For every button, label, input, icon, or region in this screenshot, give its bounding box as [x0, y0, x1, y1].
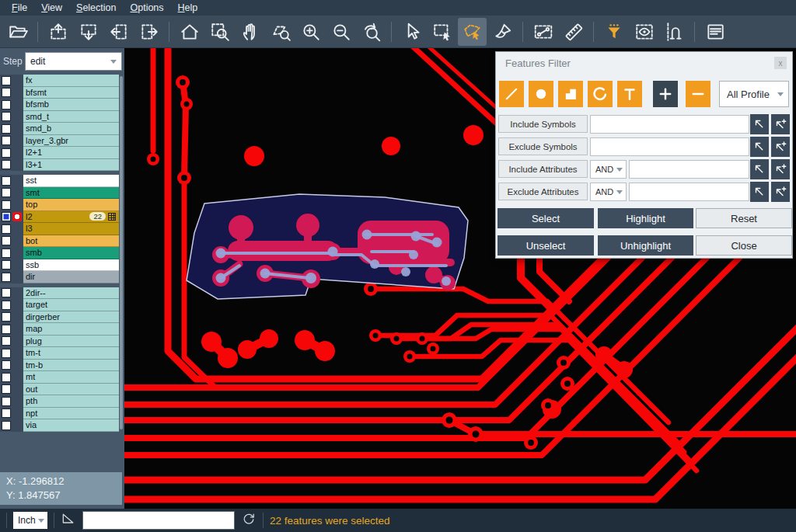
include-symbols-button[interactable]: Include Symbols: [498, 115, 588, 133]
pick-add-symbol-button[interactable]: [771, 137, 790, 157]
layer-visibility-checkbox[interactable]: [2, 312, 11, 322]
layer-visibility-checkbox[interactable]: [2, 384, 11, 394]
pick-attribute-button[interactable]: [750, 182, 769, 202]
unhighlight-button[interactable]: Unhighlight: [598, 235, 693, 256]
layer-row-smt[interactable]: smt: [0, 187, 124, 200]
measure-points-icon[interactable]: [529, 18, 557, 46]
zoom-out-icon[interactable]: [326, 18, 355, 46]
pcb-canvas[interactable]: Features Filter x All Profile: [124, 48, 796, 509]
layer-row-fx[interactable]: fx: [0, 75, 124, 87]
layer-row-smb[interactable]: smb: [0, 247, 124, 259]
layer-row-mt[interactable]: mt: [0, 371, 124, 384]
layer-color-bar[interactable]: l3+1: [23, 159, 119, 172]
snap-icon[interactable]: [660, 18, 689, 46]
layer-color-bar[interactable]: smd_t: [23, 111, 119, 123]
exclude-symbols-button[interactable]: Exclude Symbols: [498, 137, 588, 155]
layer-row-smd_t[interactable]: smd_t: [0, 111, 124, 123]
ruler-icon[interactable]: [559, 18, 588, 46]
exclude-symbols-input[interactable]: [590, 137, 749, 156]
layer-row-out[interactable]: out: [0, 384, 124, 396]
layer-row-target[interactable]: target: [0, 299, 124, 311]
layer-color-bar[interactable]: 2dir--: [23, 287, 119, 300]
layer-color-bar[interactable]: npt: [23, 408, 119, 420]
layer-row-bot[interactable]: bot: [0, 235, 124, 248]
layer-color-bar[interactable]: ssb: [23, 259, 119, 272]
reset-button[interactable]: Reset: [696, 208, 792, 228]
layer-color-bar[interactable]: l3: [23, 223, 119, 235]
layer-row-top[interactable]: top: [0, 199, 124, 211]
view-up-icon[interactable]: [44, 18, 72, 46]
layer-visibility-checkbox[interactable]: [2, 112, 11, 121]
layer-visibility-checkbox[interactable]: [2, 176, 11, 186]
pick-symbol-button[interactable]: [750, 137, 769, 157]
layer-color-bar[interactable]: sst: [23, 175, 119, 187]
pick-symbol-button[interactable]: [750, 114, 769, 134]
polygon-select-icon[interactable]: [458, 18, 487, 46]
arc-feature-button[interactable]: [588, 81, 613, 107]
layer-visibility-checkbox[interactable]: [2, 124, 11, 134]
select-pointer-icon[interactable]: [397, 18, 426, 46]
layer-visibility-checkbox[interactable]: [2, 409, 11, 418]
open-icon[interactable]: [3, 18, 32, 46]
layer-visibility-checkbox[interactable]: [2, 100, 11, 110]
layer-visibility-checkbox[interactable]: [2, 288, 11, 297]
surface-feature-button[interactable]: [558, 81, 583, 107]
layer-visibility-checkbox[interactable]: [2, 421, 11, 430]
layer-color-bar[interactable]: target: [23, 299, 119, 311]
view-right-icon[interactable]: [134, 18, 163, 46]
negative-polarity-button[interactable]: [686, 81, 710, 107]
layer-row-bfsmb[interactable]: bfsmb: [0, 99, 124, 111]
layer-row-l3[interactable]: l3: [0, 223, 124, 235]
include-attributes-input[interactable]: [629, 160, 749, 179]
layer-color-bar[interactable]: out: [23, 384, 119, 396]
layer-color-bar[interactable]: dir: [23, 271, 119, 283]
unselect-button[interactable]: Unselect: [498, 235, 594, 256]
layer-row-dirgerber[interactable]: dirgerber: [0, 311, 124, 324]
layer-row-l2[interactable]: l222: [0, 211, 124, 224]
pick-add-attribute-button[interactable]: [771, 182, 790, 202]
menu-file[interactable]: File: [5, 2, 34, 14]
select-button[interactable]: Select: [498, 208, 594, 228]
dialog-close-button[interactable]: x: [774, 57, 787, 69]
layer-color-bar[interactable]: mt: [23, 371, 119, 384]
zoom-selection-icon[interactable]: [266, 18, 295, 46]
layer-color-bar[interactable]: smd_b: [23, 123, 119, 135]
layer-row-pth[interactable]: pth: [0, 395, 124, 408]
exclude-attributes-logic-select[interactable]: AND: [590, 183, 627, 201]
layer-row-tm-b[interactable]: tm-b: [0, 360, 124, 372]
layer-color-bar[interactable]: via: [23, 419, 119, 432]
layer-visibility-checkbox[interactable]: [2, 336, 11, 346]
command-input[interactable]: [82, 511, 235, 530]
text-feature-button[interactable]: [617, 81, 642, 107]
layer-visibility-checkbox[interactable]: [2, 188, 11, 197]
step-select[interactable]: edit: [25, 52, 122, 71]
layer-visibility-checkbox[interactable]: [2, 88, 11, 97]
include-attributes-button[interactable]: Include Attributes: [498, 160, 588, 178]
layer-color-bar[interactable]: fx: [23, 75, 119, 87]
unit-select[interactable]: Inch: [13, 512, 47, 529]
pad-feature-button[interactable]: [529, 81, 553, 107]
layer-row-2dir--[interactable]: 2dir--: [0, 287, 124, 300]
layer-visibility-checkbox[interactable]: [2, 224, 11, 234]
layer-color-bar[interactable]: bfsmt: [23, 87, 119, 99]
layer-visibility-checkbox[interactable]: [2, 360, 11, 370]
layer-visibility-checkbox[interactable]: [2, 273, 11, 282]
home-view-icon[interactable]: [175, 18, 204, 46]
angle-measure-icon[interactable]: [61, 511, 76, 530]
layer-visibility-checkbox[interactable]: [2, 325, 11, 334]
highlight-button[interactable]: Highlight: [598, 208, 693, 228]
exclude-attributes-button[interactable]: Exclude Attributes: [498, 183, 588, 200]
layer-visibility-checkbox[interactable]: [2, 76, 11, 85]
menu-options[interactable]: Options: [123, 2, 170, 14]
zoom-window-icon[interactable]: [205, 18, 234, 46]
previous-view-icon[interactable]: [357, 18, 386, 46]
sidebar-scrollbar[interactable]: [120, 76, 123, 429]
menu-selection[interactable]: Selection: [69, 2, 123, 14]
layer-color-bar[interactable]: l2+1: [23, 147, 119, 159]
menu-view[interactable]: View: [34, 2, 69, 14]
layer-visibility-checkbox[interactable]: [2, 136, 11, 145]
layer-grid-icon[interactable]: [108, 213, 116, 221]
layer-color-bar[interactable]: layer_3.gbr: [23, 135, 119, 148]
layer-row-plug[interactable]: plug: [0, 336, 124, 348]
layer-row-via[interactable]: via: [0, 419, 124, 432]
